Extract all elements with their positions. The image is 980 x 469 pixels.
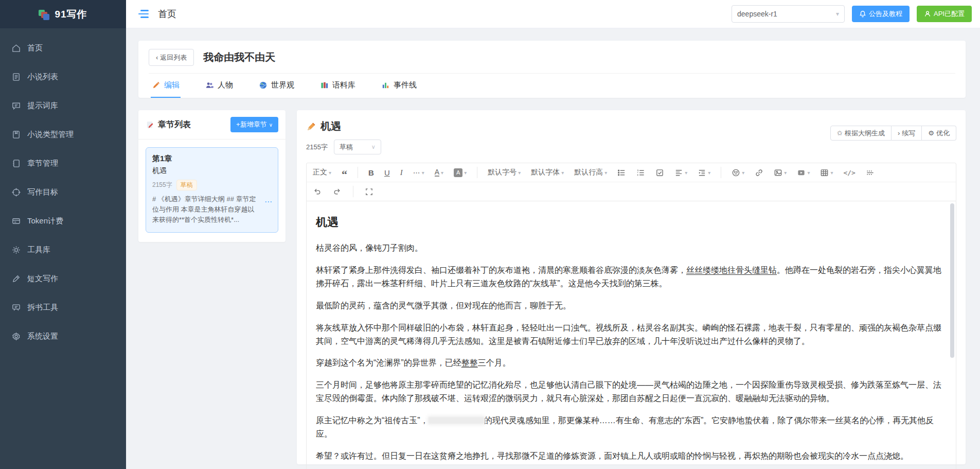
background-color-button[interactable]: A▾ <box>454 168 467 177</box>
sidebar-item-novel-list[interactable]: 小说列表 <box>0 62 126 91</box>
star-icon: ✩ <box>837 129 843 137</box>
board-icon <box>11 303 21 312</box>
chapter-number: 第1章 <box>152 154 272 164</box>
fullscreen-button[interactable] <box>365 187 373 196</box>
font-family-select[interactable]: 默认字体▾ <box>531 168 564 177</box>
code-button[interactable]: </> <box>843 169 855 177</box>
chapter-word-count: 2155字 <box>152 181 172 189</box>
sidebar-item-home[interactable]: 首页 <box>0 33 126 62</box>
font-size-select[interactable]: 默认字号▾ <box>488 168 521 177</box>
italic-button[interactable]: I <box>400 168 403 177</box>
settings-gear-icon <box>11 332 21 341</box>
model-select-value: deepseek-r1 <box>737 10 777 18</box>
editor-action-group: ✩ 根据大纲生成 › 续写 ⚙ 优化 <box>830 126 956 141</box>
tab-characters[interactable]: 人物 <box>204 74 234 98</box>
sidebar-item-tool-library[interactable]: 工具库 <box>0 235 126 264</box>
gear-icon: ⚙ <box>928 129 934 137</box>
chapter-list-title: 章节列表 <box>158 119 191 130</box>
sidebar-item-short-writing[interactable]: 短文写作 <box>0 264 126 293</box>
ordered-list-button[interactable] <box>636 168 645 177</box>
block-style-select[interactable]: 正文▾ <box>313 168 331 177</box>
sidebar-item-token-billing[interactable]: Token计费 <box>0 206 126 235</box>
bell-icon <box>859 10 866 18</box>
gear-icon <box>11 245 21 255</box>
document-icon <box>11 72 21 82</box>
editor-toolbar-row-1: 正文▾ “ B U I ⋯▾ A▾ A▾ 默认字号▾ 默认字体▾ <box>307 163 956 182</box>
sidebar-item-novel-type-management[interactable]: 小说类型管理 <box>0 120 126 149</box>
content-paragraph: 原主记忆中称之为“祖传古玉”，的现代灵魂感知里，那更像某种……有生命、有意志的“… <box>316 414 942 441</box>
main-area: 首页 deepseek-r1 ▾ 公告及教程 API已配置 <box>126 0 980 469</box>
books-icon <box>320 81 329 90</box>
editor-content-area[interactable]: 机遇 枯灵谷的风，像钝刀子割肉。 林轩紧了紧身上那件洗得发白、袖口还缀着补丁的灰… <box>307 201 956 469</box>
editor-word-count: 2155字 <box>306 143 328 152</box>
tab-timeline[interactable]: 事件线 <box>380 74 418 98</box>
chevron-down-icon: ∨ <box>371 144 376 150</box>
bold-button[interactable]: B <box>368 168 374 177</box>
breadcrumb: 首页 <box>158 8 176 20</box>
image-button[interactable]: ▾ <box>774 168 787 177</box>
line-height-select[interactable]: 默认行高▾ <box>574 168 607 177</box>
credit-card-icon <box>11 216 21 226</box>
sidebar-item-system-settings[interactable]: 系统设置 <box>0 322 126 351</box>
tab-corpus[interactable]: 语料库 <box>319 74 357 98</box>
video-button[interactable]: ▾ <box>797 168 810 177</box>
toolbar-divider <box>358 167 358 178</box>
app-root: 91写作 首页 小说列表 提示词库 小说类型管理 章节管理 <box>0 0 980 469</box>
chapter-more-menu-icon[interactable]: ⋯ <box>264 197 273 206</box>
chapter-list-panel: 章节列表 +新增章节 ∨ 第1章 机遇 2155字 <box>138 110 286 242</box>
notebook-icon <box>11 159 21 168</box>
chat-bubble-icon <box>11 101 21 111</box>
editor-scrollbar-thumb[interactable] <box>950 203 954 358</box>
content-paragraph: 林轩紧了紧身上那件洗得发白、袖口还缀着补丁的灰布道袍，清晨的寒意顺着谷底弥漫的淡… <box>316 264 942 290</box>
emoji-button[interactable]: ▾ <box>732 168 744 177</box>
task-list-button[interactable] <box>655 168 664 177</box>
back-to-list-button[interactable]: ‹ 返回列表 <box>149 49 194 66</box>
underlined-text: 整整 <box>461 358 478 367</box>
font-color-button[interactable]: A▾ <box>435 168 443 177</box>
chapter-status-select[interactable]: 草稿 ∨ <box>334 140 381 154</box>
novel-title: 我命由我不由天 <box>203 50 275 64</box>
people-icon <box>205 81 214 90</box>
sidebar-item-prompt-library[interactable]: 提示词库 <box>0 91 126 120</box>
model-select[interactable]: deepseek-r1 ▾ <box>732 5 845 23</box>
bullet-list-button[interactable] <box>617 168 626 177</box>
sidebar: 91写作 首页 小说列表 提示词库 小说类型管理 章节管理 <box>0 0 126 469</box>
chapter-card[interactable]: 第1章 机遇 2155字 草稿 # 《机遇》章节详细大纲 ## 章节定位与作用 … <box>146 147 278 233</box>
book-icon <box>11 130 21 140</box>
content-paragraph: 枯灵谷的风，像钝刀子割肉。 <box>316 241 942 255</box>
align-button[interactable]: ▾ <box>674 168 687 177</box>
tab-edit[interactable]: 编辑 <box>151 74 181 98</box>
add-chapter-button[interactable]: +新增章节 ∨ <box>230 117 278 132</box>
collapse-menu-icon[interactable] <box>138 10 149 18</box>
edit-pencil-icon <box>152 81 161 90</box>
tab-worldview[interactable]: 世界观 <box>258 74 295 98</box>
draft-status-badge: 草稿 <box>176 180 197 190</box>
writing-hand-icon <box>306 121 316 132</box>
content-heading: 机遇 <box>316 215 942 230</box>
toolbar-divider <box>477 167 477 178</box>
generate-from-outline-button[interactable]: ✩ 根据大纲生成 <box>830 126 892 141</box>
workspace: ‹ 返回列表 我命由我不由天 编辑 人物 <box>126 28 980 469</box>
toolbar-divider <box>353 186 353 197</box>
chapter-list-icon <box>146 120 154 129</box>
api-config-button[interactable]: API已配置 <box>917 6 972 22</box>
content-paragraph: 穿越到这个名为“沧澜界”的异世界，已经整整三个月。 <box>316 356 942 370</box>
table-button[interactable]: ▾ <box>820 168 833 177</box>
undo-button[interactable] <box>313 187 322 196</box>
sidebar-item-chapter-management[interactable]: 章节管理 <box>0 149 126 178</box>
sidebar-item-writing-goal[interactable]: 写作目标 <box>0 178 126 206</box>
more-formats-button[interactable]: ⋯▾ <box>413 168 424 177</box>
optimize-button[interactable]: ⚙ 优化 <box>922 126 956 141</box>
continue-writing-button[interactable]: › 续写 <box>892 126 922 141</box>
underline-button[interactable]: U <box>384 168 390 177</box>
toolbar-divider <box>721 167 721 178</box>
indent-button[interactable]: ▾ <box>698 168 710 177</box>
chevron-right-icon: › <box>898 129 900 137</box>
link-button[interactable] <box>755 168 763 177</box>
blockquote-button[interactable]: “ <box>342 168 347 177</box>
sidebar-item-book-split-tool[interactable]: 拆书工具 <box>0 293 126 322</box>
horizontal-rule-button[interactable] <box>866 168 875 177</box>
redo-button[interactable] <box>333 187 342 196</box>
announcements-button[interactable]: 公告及教程 <box>852 6 910 22</box>
content-paragraph: 三个月时间，足够他将原主那零碎而绝望的记忆消化殆尽，也足够他认清自己眼下的处境—… <box>316 378 942 405</box>
